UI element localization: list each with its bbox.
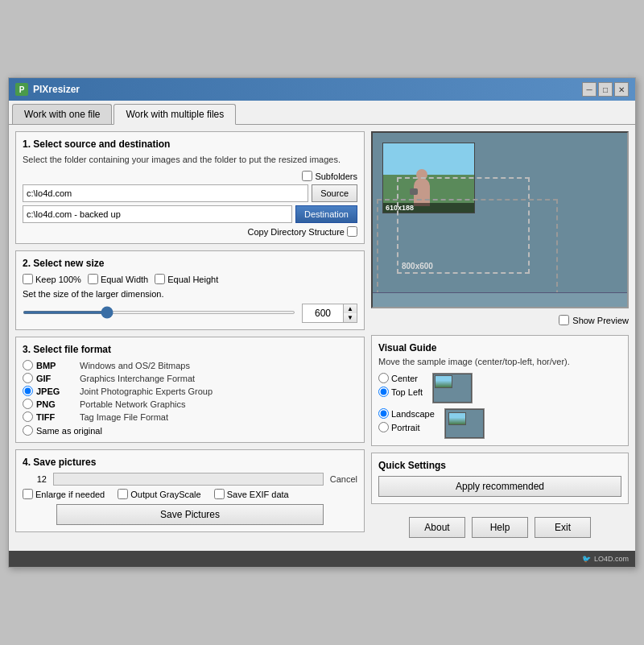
section-source-dest: 1. Select source and destination Select …	[15, 131, 365, 244]
landscape-option[interactable]: Landscape	[378, 408, 435, 419]
same-as-original-text: Same as original	[36, 426, 102, 436]
size-options-row: Keep 100% Equal Width Equal Height	[23, 274, 357, 284]
visual-guide-options: Center Top Left	[378, 373, 621, 403]
exif-checkbox[interactable]	[214, 489, 225, 499]
window-title: PIXresizer	[33, 84, 80, 95]
section-format: 3. Select file format BMP Windows and OS…	[15, 337, 365, 443]
progress-row: 12 Cancel	[23, 473, 357, 486]
help-button[interactable]: Help	[472, 517, 528, 538]
landscape-label: Landscape	[391, 409, 435, 419]
subfolders-label[interactable]: Subfolders	[302, 171, 357, 181]
save-options-row: Enlarge if needed Output GrayScale Save …	[23, 489, 357, 499]
format-png-name: PNG	[36, 399, 76, 409]
equal-height-checkbox[interactable]	[155, 274, 165, 284]
enlarge-checkbox[interactable]	[23, 489, 33, 499]
tab-multiple-files[interactable]: Work with multiple files	[114, 104, 236, 125]
equal-width-checkbox[interactable]	[88, 274, 98, 284]
same-as-original-row: Same as original	[23, 425, 357, 436]
keep100-checkbox[interactable]	[23, 274, 33, 284]
landscape-thumb-border	[445, 409, 484, 438]
cancel-label: Cancel	[330, 474, 357, 484]
center-option[interactable]: Center	[378, 373, 423, 383]
dest-input[interactable]	[23, 205, 292, 223]
minimize-button[interactable]: ─	[582, 82, 597, 97]
main-content: 1. Select source and destination Select …	[9, 125, 635, 551]
format-bmp-radio[interactable]	[23, 360, 33, 370]
subfolders-checkbox[interactable]	[302, 171, 312, 181]
source-button[interactable]: Source	[312, 184, 357, 202]
spin-down-button[interactable]: ▼	[344, 313, 357, 322]
format-bmp-desc: Windows and OS/2 Bitmaps	[80, 361, 190, 370]
source-input[interactable]	[23, 184, 308, 202]
topleft-radio[interactable]	[378, 387, 389, 397]
equal-height-text: Equal Height	[167, 275, 218, 284]
center-label: Center	[391, 374, 418, 383]
left-panel: 1. Select source and destination Select …	[15, 131, 365, 544]
exit-button[interactable]: Exit	[535, 517, 591, 538]
section1-title: 1. Select source and destination	[23, 139, 357, 150]
show-preview-label: Show Preview	[572, 316, 629, 325]
enlarge-label[interactable]: Enlarge if needed	[23, 489, 105, 499]
visual-guide-title: Visual Guide	[378, 342, 621, 354]
format-jpeg-name: JPEG	[36, 387, 76, 396]
format-tiff-row: TIFF Tag Image File Format	[23, 411, 357, 422]
format-jpeg-radio[interactable]	[23, 386, 33, 396]
section3-title: 3. Select file format	[23, 344, 357, 355]
spin-up-button[interactable]: ▲	[344, 304, 357, 313]
about-button[interactable]: About	[409, 517, 465, 538]
format-jpeg-row: JPEG Joint Photographic Experts Group	[23, 386, 357, 396]
copy-dir-checkbox[interactable]	[347, 226, 357, 237]
copy-dir-text: Copy Directory Structure	[248, 227, 345, 237]
copy-dir-row: Copy Directory Structure	[23, 226, 357, 237]
format-tiff-desc: Tag Image File Format	[80, 412, 168, 422]
maximize-button[interactable]: □	[598, 82, 613, 97]
subfolders-text: Subfolders	[315, 172, 357, 181]
apply-recommended-button[interactable]: Apply recommended	[378, 476, 621, 497]
topleft-option[interactable]: Top Left	[378, 387, 423, 397]
grayscale-checkbox[interactable]	[118, 489, 128, 499]
format-gif-row: GIF Graphics Interchange Format	[23, 373, 357, 383]
landscape-radio[interactable]	[378, 408, 389, 419]
show-preview-row: Show Preview	[371, 315, 629, 325]
app-icon: P	[15, 83, 28, 96]
visual-guide-section: Visual Guide Move the sample image (cent…	[371, 335, 629, 446]
equal-height-label[interactable]: Equal Height	[155, 274, 218, 284]
watermark-text: LO4D.com	[594, 555, 629, 563]
title-bar: P PIXresizer ─ □ ✕	[9, 78, 635, 101]
position-options: Center Top Left	[378, 373, 423, 397]
format-bmp-row: BMP Windows and OS/2 Bitmaps	[23, 360, 357, 370]
copy-dir-label[interactable]: Copy Directory Structure	[248, 226, 357, 237]
size-slider-container	[23, 305, 295, 321]
portrait-radio[interactable]	[378, 422, 389, 432]
show-preview-checkbox[interactable]	[559, 315, 569, 325]
tab-one-file[interactable]: Work with one file	[12, 104, 112, 124]
size-set-desc: Set the size of the larger dimension.	[23, 289, 357, 299]
equal-width-label[interactable]: Equal Width	[88, 274, 148, 284]
format-same-radio[interactable]	[23, 425, 33, 436]
size-number-input[interactable]	[303, 304, 343, 322]
tabs-bar: Work with one file Work with multiple fi…	[9, 101, 635, 125]
format-gif-radio[interactable]	[23, 373, 33, 383]
format-png-radio[interactable]	[23, 399, 33, 409]
size-slider[interactable]	[23, 311, 295, 314]
title-buttons: ─ □ ✕	[582, 82, 629, 97]
portrait-option[interactable]: Portrait	[378, 422, 435, 432]
exif-label[interactable]: Save EXIF data	[214, 489, 289, 499]
orientation-options-row: Landscape Portrait	[378, 408, 621, 439]
keep100-label[interactable]: Keep 100%	[23, 274, 81, 284]
quick-settings-title: Quick Settings	[378, 460, 621, 471]
format-jpeg-desc: Joint Photographic Experts Group	[80, 387, 213, 396]
grayscale-label[interactable]: Output GrayScale	[118, 489, 200, 499]
dest-button[interactable]: Destination	[295, 205, 357, 223]
subfolders-row: Subfolders	[23, 171, 357, 181]
save-pictures-button[interactable]: Save Pictures	[56, 504, 324, 525]
format-tiff-radio[interactable]	[23, 411, 33, 422]
section2-title: 2. Select new size	[23, 258, 357, 269]
section4-title: 4. Save pictures	[23, 457, 357, 468]
equal-width-text: Equal Width	[101, 275, 148, 284]
format-png-desc: Portable Network Graphics	[80, 399, 185, 409]
close-button[interactable]: ✕	[614, 82, 629, 97]
center-radio[interactable]	[378, 373, 389, 383]
logo-area: 🐦 LO4D.com	[9, 551, 635, 567]
orientation-preview-thumb	[444, 408, 485, 439]
